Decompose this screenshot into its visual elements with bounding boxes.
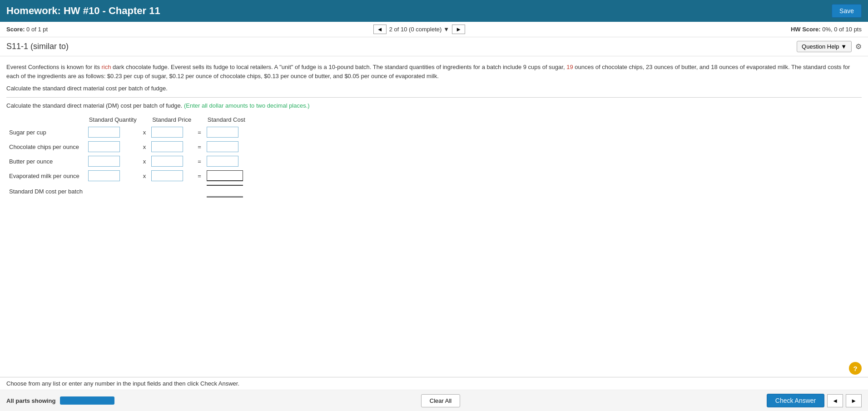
- calculate-label: Calculate the standard direct material c…: [6, 85, 862, 92]
- col-cost-header: Standard Cost: [204, 114, 249, 125]
- dm-hint-text: (Enter all dollar amounts to two decimal…: [184, 102, 310, 109]
- col-quantity-header: Standard Quantity: [85, 114, 140, 125]
- butter-price-cell[interactable]: [149, 154, 195, 168]
- dm-section: Calculate the standard direct material (…: [6, 102, 862, 199]
- hw-score-value: 0%, 0 of 10 pts: [822, 26, 862, 33]
- butter-price-input[interactable]: [151, 156, 183, 167]
- hw-score-label: HW Score:: [791, 26, 821, 33]
- table-row: Butter per ounce x =: [6, 154, 249, 168]
- butter-multiply-symbol: x: [140, 154, 149, 168]
- question-help-button[interactable]: Question Help ▼: [797, 41, 852, 52]
- save-button[interactable]: Save: [832, 4, 862, 18]
- dm-table: Standard Quantity Standard Price Standar…: [6, 114, 249, 199]
- row-label-choc: Chocolate chips per ounce: [6, 139, 85, 154]
- butter-cost-input[interactable]: [207, 156, 238, 167]
- top-header: Homework: HW #10 - Chapter 11 Save: [0, 0, 868, 22]
- highlight-rich: rich: [102, 64, 111, 70]
- sugar-price-cell[interactable]: [149, 125, 195, 139]
- row-label-sugar: Sugar per cup: [6, 125, 85, 139]
- col-op-header: [140, 114, 149, 125]
- choc-quantity-input[interactable]: [88, 141, 120, 152]
- page-title: Homework: HW #10 - Chapter 11: [6, 5, 160, 17]
- butter-quantity-input[interactable]: [88, 156, 120, 167]
- milk-quantity-input[interactable]: [88, 170, 120, 181]
- table-row: Evaporated milk per ounce x =: [6, 168, 249, 183]
- gear-icon[interactable]: ⚙: [855, 42, 862, 51]
- row-label-milk: Evaporated milk per ounce: [6, 168, 85, 183]
- table-row: Sugar per cup x =: [6, 125, 249, 139]
- sugar-quantity-input[interactable]: [88, 127, 120, 138]
- problem-text: Everest Confections is known for its ric…: [6, 63, 862, 80]
- nav-label-text: 2 of 10 (0 complete): [389, 26, 442, 33]
- choc-cost-input[interactable]: [207, 141, 238, 152]
- sugar-quantity-cell[interactable]: [85, 125, 140, 139]
- sugar-cost-input[interactable]: [207, 127, 238, 138]
- col-label-header: [6, 114, 85, 125]
- sugar-cost-cell[interactable]: [204, 125, 249, 139]
- total-row-label: Standard DM cost per batch: [6, 183, 85, 199]
- score-label: Score:: [6, 26, 25, 33]
- total-spacer1: [85, 183, 140, 199]
- butter-quantity-cell[interactable]: [85, 154, 140, 168]
- total-spacer3: [149, 183, 195, 199]
- milk-cost-input[interactable]: [207, 170, 243, 181]
- butter-cost-cell[interactable]: [204, 154, 249, 168]
- question-help-area: Question Help ▼ ⚙: [797, 41, 862, 52]
- milk-multiply-symbol: x: [140, 168, 149, 183]
- table-row: Chocolate chips per ounce x =: [6, 139, 249, 154]
- total-cost-input[interactable]: [207, 185, 243, 198]
- row-label-butter: Butter per ounce: [6, 154, 85, 168]
- problem-title: S11-1 (similar to): [6, 42, 69, 51]
- divider: [6, 97, 862, 98]
- milk-price-input[interactable]: [151, 170, 183, 181]
- choc-quantity-cell[interactable]: [85, 139, 140, 154]
- score-display: Score: 0 of 1 pt: [6, 26, 48, 33]
- hw-score-display: HW Score: 0%, 0 of 10 pts: [791, 26, 862, 33]
- problem-title-bar: S11-1 (similar to) Question Help ▼ ⚙: [0, 37, 868, 56]
- score-value: 0 of 1 pt: [26, 26, 48, 33]
- nav-next-button[interactable]: ►: [452, 25, 465, 34]
- col-price-header: Standard Price: [149, 114, 195, 125]
- nav-dropdown-icon[interactable]: ▼: [443, 26, 449, 33]
- choc-multiply-symbol: x: [140, 139, 149, 154]
- question-nav-label: 2 of 10 (0 complete) ▼: [389, 26, 450, 33]
- total-spacer4: [195, 183, 204, 199]
- main-content: Everest Confections is known for its ric…: [0, 56, 868, 206]
- col-eq-header: [195, 114, 204, 125]
- question-nav: ◄ 2 of 10 (0 complete) ▼ ►: [373, 25, 465, 34]
- nav-prev-button[interactable]: ◄: [373, 25, 387, 34]
- score-bar: Score: 0 of 1 pt ◄ 2 of 10 (0 complete) …: [0, 22, 868, 37]
- milk-quantity-cell[interactable]: [85, 168, 140, 183]
- highlight-19: 19: [566, 64, 573, 70]
- question-help-label: Question Help: [802, 43, 839, 50]
- milk-cost-cell[interactable]: [204, 168, 249, 183]
- choc-price-cell[interactable]: [149, 139, 195, 154]
- sugar-equals-symbol: =: [195, 125, 204, 139]
- butter-equals-symbol: =: [195, 154, 204, 168]
- question-help-dropdown-icon: ▼: [841, 43, 847, 50]
- dm-instruction-text: Calculate the standard direct material (…: [6, 102, 182, 109]
- sugar-multiply-symbol: x: [140, 125, 149, 139]
- sugar-price-input[interactable]: [151, 127, 183, 138]
- choc-equals-symbol: =: [195, 139, 204, 154]
- dm-instruction: Calculate the standard direct material (…: [6, 102, 862, 109]
- total-spacer2: [140, 183, 149, 199]
- total-row: Standard DM cost per batch: [6, 183, 249, 199]
- total-cost-cell[interactable]: [204, 183, 249, 199]
- choc-price-input[interactable]: [151, 141, 183, 152]
- choc-cost-cell[interactable]: [204, 139, 249, 154]
- milk-price-cell[interactable]: [149, 168, 195, 183]
- milk-equals-symbol: =: [195, 168, 204, 183]
